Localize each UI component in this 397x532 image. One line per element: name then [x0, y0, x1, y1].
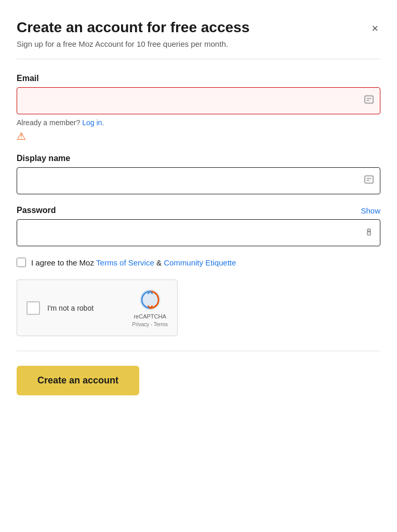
agree-middle: & — [154, 258, 164, 267]
email-label: Email — [17, 74, 380, 83]
close-button[interactable]: × — [369, 21, 380, 36]
header-divider — [17, 59, 380, 59]
display-name-input-wrapper — [17, 167, 380, 194]
recaptcha-brand-text: reCAPTCHA — [134, 313, 166, 320]
recaptcha-logo-icon — [139, 288, 162, 311]
agree-row: I agree to the Moz Terms of Service & Co… — [17, 258, 380, 267]
recaptcha-checkbox[interactable] — [27, 301, 40, 315]
community-etiquette-link[interactable]: Community Etiquette — [164, 258, 236, 267]
agree-text: I agree to the Moz Terms of Service & Co… — [31, 258, 236, 267]
show-password-button[interactable]: Show — [361, 206, 380, 215]
password-input[interactable] — [17, 219, 380, 246]
modal-title: Create an account for free access — [17, 19, 249, 36]
recaptcha-widget[interactable]: I'm not a robot reCAPTCHA Privacy - Term… — [17, 280, 178, 336]
recaptcha-terms-link[interactable]: Terms — [154, 322, 168, 327]
modal-subtitle: Sign up for a free Moz Account for 10 fr… — [17, 39, 380, 48]
password-group: Password Show — [17, 206, 380, 246]
display-name-group: Display name — [17, 154, 380, 194]
agree-prefix: I agree to the Moz — [31, 258, 96, 267]
display-name-label: Display name — [17, 154, 380, 163]
create-account-button[interactable]: Create an account — [17, 366, 139, 395]
agree-checkbox[interactable] — [17, 258, 26, 267]
login-link[interactable]: Log in. — [82, 118, 104, 127]
email-input[interactable] — [17, 87, 380, 114]
footer-divider — [17, 351, 380, 351]
email-group: Email Already a member? Log in. ⚠ — [17, 74, 380, 142]
already-member-text: Already a member? — [17, 118, 80, 127]
create-account-modal: Create an account for free access × Sign… — [0, 0, 397, 532]
email-warning-icon: ⚠ — [17, 130, 26, 142]
recaptcha-links: Privacy - Terms — [132, 322, 168, 327]
tos-link[interactable]: Terms of Service — [96, 258, 154, 267]
email-input-wrapper — [17, 87, 380, 114]
svg-point-12 — [140, 289, 161, 310]
recaptcha-left: I'm not a robot — [27, 301, 94, 315]
recaptcha-separator: - — [149, 322, 154, 327]
password-label-row: Password Show — [17, 206, 380, 215]
modal-header: Create an account for free access × — [17, 19, 380, 36]
display-name-input[interactable] — [17, 167, 380, 194]
recaptcha-privacy-link[interactable]: Privacy — [132, 322, 149, 327]
recaptcha-label: I'm not a robot — [47, 304, 94, 312]
password-label: Password — [17, 206, 56, 215]
recaptcha-right: reCAPTCHA Privacy - Terms — [132, 288, 168, 327]
already-member-row: Already a member? Log in. — [17, 118, 380, 127]
password-input-wrapper — [17, 219, 380, 246]
